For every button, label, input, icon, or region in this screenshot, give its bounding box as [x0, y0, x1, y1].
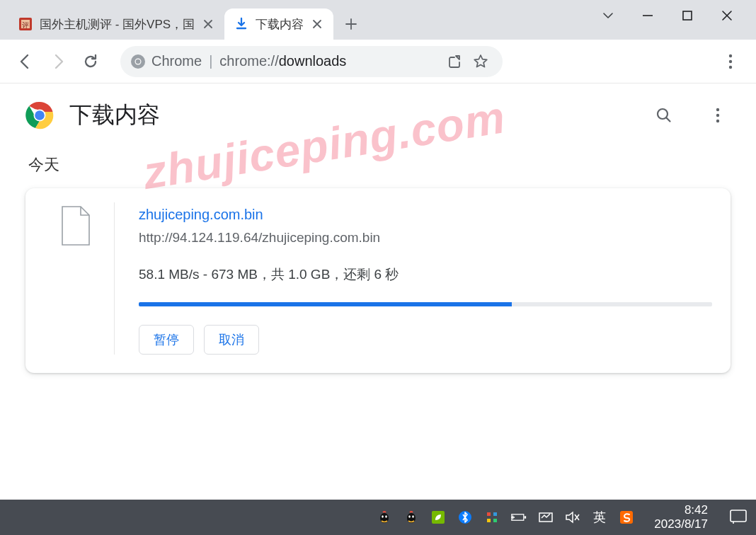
download-actions: 暂停 取消: [139, 325, 712, 355]
chrome-chip: Chrome: [130, 53, 202, 69]
share-icon[interactable]: [446, 52, 464, 71]
browser-toolbar: Chrome | chrome://downloads: [0, 40, 756, 84]
address-bar[interactable]: Chrome | chrome://downloads: [120, 46, 503, 77]
qq-icon[interactable]: [377, 510, 392, 525]
pause-button[interactable]: 暂停: [139, 325, 194, 355]
svg-point-7: [729, 54, 732, 57]
tab-title: 下载内容: [256, 16, 304, 33]
sogou-icon[interactable]: [619, 510, 634, 525]
bookmark-star-icon[interactable]: [471, 52, 490, 71]
clock-time: 8:42: [654, 503, 708, 517]
svg-point-19: [386, 515, 388, 518]
download-progress-track: [139, 302, 712, 306]
forward-button: [45, 49, 71, 74]
tab-favicon: 评: [18, 17, 33, 31]
download-item: zhujiceping.com.bin http://94.124.119.64…: [25, 188, 731, 373]
taskbar-clock[interactable]: 8:42 2023/8/17: [654, 503, 708, 531]
svg-point-8: [729, 59, 732, 62]
svg-point-16: [716, 120, 719, 122]
page-header: 下载内容: [0, 84, 756, 147]
download-progress-bar: [139, 302, 512, 306]
download-info: zhujiceping.com.bin http://94.124.119.64…: [115, 202, 712, 355]
system-tray: 英 8:42 2023/8/17: [377, 503, 749, 531]
volume-mute-icon[interactable]: [565, 510, 580, 525]
downloads-page: zhujiceping.com 下载内容 今天: [0, 84, 756, 500]
svg-rect-30: [525, 516, 527, 518]
download-status: 58.1 MB/s - 673 MB，共 1.0 GB，还剩 6 秒: [139, 265, 712, 284]
tab-close-icon[interactable]: [311, 18, 323, 30]
clock-date: 2023/8/17: [654, 517, 708, 531]
download-source-url: http://94.124.119.64/zhujiceping.com.bin: [139, 230, 712, 246]
svg-point-15: [716, 114, 719, 117]
chevron-down-icon[interactable]: [599, 6, 617, 25]
window-titlebar: 评 国外主机测评 - 国外VPS，国 下载内容: [0, 0, 756, 40]
windows-taskbar[interactable]: 英 8:42 2023/8/17: [0, 500, 756, 535]
cancel-button[interactable]: 取消: [204, 325, 259, 355]
svg-rect-27: [487, 519, 491, 522]
qq-icon[interactable]: [403, 510, 419, 525]
notifications-icon[interactable]: [729, 509, 749, 526]
network-icon[interactable]: [538, 510, 554, 525]
download-icon: [234, 17, 248, 31]
svg-point-18: [382, 515, 384, 518]
browser-tab-inactive[interactable]: 评 国外主机测评 - 国外VPS，国: [8, 8, 224, 40]
search-icon: [655, 106, 673, 125]
window-maximize-button[interactable]: [678, 6, 697, 25]
svg-rect-28: [493, 519, 497, 522]
ime-indicator[interactable]: 英: [592, 510, 607, 525]
bluetooth-icon[interactable]: [457, 510, 473, 525]
omnibox-separator: |: [209, 53, 212, 69]
svg-rect-25: [487, 512, 491, 516]
svg-point-22: [413, 515, 415, 518]
download-filename[interactable]: zhujiceping.com.bin: [139, 207, 712, 223]
svg-rect-33: [731, 510, 746, 522]
window-minimize-button[interactable]: [638, 6, 657, 25]
window-controls: [599, 0, 756, 31]
search-downloads-button[interactable]: [651, 103, 677, 128]
tab-title: 国外主机测评 - 国外VPS，国: [40, 16, 195, 33]
tab-strip: 评 国外主机测评 - 国外VPS，国 下载内容: [0, 0, 365, 40]
svg-text:评: 评: [22, 21, 29, 29]
battery-icon[interactable]: [511, 510, 527, 525]
chrome-icon: [130, 54, 146, 69]
chrome-logo-icon: [25, 101, 54, 130]
window-close-button[interactable]: [718, 6, 736, 25]
section-date-label: 今天: [0, 147, 756, 188]
nvidia-icon[interactable]: [430, 510, 446, 525]
chip-label: Chrome: [151, 53, 202, 69]
browser-tab-active[interactable]: 下载内容: [224, 8, 333, 40]
browser-menu-button[interactable]: [718, 49, 743, 74]
svg-point-21: [409, 515, 411, 518]
svg-point-14: [716, 108, 719, 111]
omnibox-url: chrome://downloads: [219, 53, 346, 69]
svg-point-9: [729, 65, 732, 68]
page-title: 下载内容: [69, 100, 160, 131]
svg-rect-26: [493, 512, 497, 516]
file-icon-column: [37, 202, 115, 355]
tray-app-icon[interactable]: [484, 510, 500, 525]
tab-close-icon[interactable]: [202, 18, 214, 30]
svg-point-6: [136, 59, 141, 64]
page-menu-button[interactable]: [705, 103, 731, 128]
svg-rect-3: [683, 11, 692, 20]
svg-point-12: [35, 110, 45, 120]
reload-button[interactable]: [78, 49, 103, 74]
file-icon: [59, 205, 92, 246]
new-tab-button[interactable]: [338, 11, 365, 38]
back-button[interactable]: [13, 49, 38, 74]
